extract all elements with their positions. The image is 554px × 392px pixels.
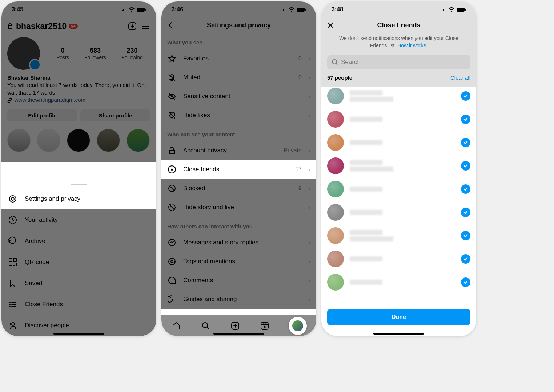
- bio-link[interactable]: www.thewritingparadigm.com: [7, 96, 150, 104]
- friend-name: [350, 256, 455, 261]
- at-icon: [167, 257, 177, 266]
- svg-point-9: [12, 323, 15, 325]
- svg-rect-1: [145, 9, 146, 11]
- friend-row[interactable]: [321, 108, 476, 131]
- friend-row[interactable]: [321, 154, 476, 177]
- close-button[interactable]: [326, 21, 337, 29]
- list-icon: [8, 300, 17, 309]
- menu-label: Archive: [25, 237, 45, 245]
- stat-posts[interactable]: 0Posts: [56, 47, 69, 60]
- svg-point-3: [9, 196, 16, 202]
- row-favorites[interactable]: Favorites0›: [161, 49, 316, 68]
- menu-close-friends[interactable]: Close Friends: [1, 294, 156, 315]
- stat-following[interactable]: 230Following: [121, 47, 143, 60]
- stat-followers[interactable]: 583Followers: [84, 47, 106, 60]
- friend-avatar: [327, 134, 344, 151]
- friend-name: [350, 117, 455, 122]
- display-name: Bhaskar Sharma: [7, 74, 150, 81]
- hamburger-menu-button[interactable]: [140, 21, 150, 31]
- star-circle-icon: [167, 165, 177, 174]
- lock-icon: [167, 146, 177, 155]
- row-sensitive[interactable]: Sensitive content›: [161, 87, 316, 106]
- share-profile-button[interactable]: Share profile: [80, 109, 150, 121]
- link-icon: [7, 97, 12, 103]
- friend-name: [350, 210, 455, 215]
- highlight-item[interactable]: [67, 129, 90, 152]
- menu-settings-privacy[interactable]: Settings and privacy: [1, 188, 156, 209]
- row-hide-story[interactable]: Hide story and live›: [161, 198, 316, 217]
- friend-name: [350, 187, 455, 192]
- friend-avatar: [327, 88, 344, 104]
- selected-check-icon[interactable]: [461, 138, 470, 147]
- friend-row[interactable]: [321, 247, 476, 271]
- eye-off-icon: [167, 92, 177, 101]
- friend-row[interactable]: [321, 201, 476, 224]
- section-header: Who can see your content: [161, 125, 316, 141]
- svg-rect-22: [457, 8, 465, 12]
- add-person-icon: [8, 321, 17, 330]
- row-account-privacy[interactable]: Account privacyPrivate›: [161, 141, 316, 160]
- profile-avatar[interactable]: [7, 37, 40, 70]
- profile-header: bhaskar2510 9+: [1, 17, 156, 35]
- friend-row[interactable]: [321, 131, 476, 154]
- menu-label: Settings and privacy: [25, 195, 80, 203]
- tab-profile[interactable]: [289, 317, 307, 335]
- friend-name: [350, 90, 455, 102]
- friend-row[interactable]: [321, 84, 476, 108]
- row-muted[interactable]: Muted0›: [161, 68, 316, 87]
- search-input[interactable]: Search: [327, 55, 470, 69]
- menu-your-activity[interactable]: Your activity: [1, 209, 156, 231]
- bookmark-icon: [8, 279, 17, 288]
- friend-avatar: [327, 157, 344, 174]
- selected-check-icon[interactable]: [461, 91, 470, 101]
- bell-off-icon: [167, 73, 177, 82]
- highlight-item[interactable]: [7, 129, 31, 152]
- selected-check-icon[interactable]: [461, 231, 470, 240]
- bio-text: You will read at least 7 words today. Th…: [7, 81, 150, 96]
- username-dropdown[interactable]: bhaskar2510 9+: [16, 21, 124, 31]
- count-bar: 57 people Clear all: [321, 75, 476, 84]
- selected-check-icon[interactable]: [461, 184, 470, 194]
- clear-all-button[interactable]: Clear all: [450, 75, 470, 81]
- highlight-item[interactable]: [37, 129, 60, 152]
- back-button[interactable]: [166, 21, 177, 29]
- row-comments[interactable]: Comments›: [161, 271, 316, 290]
- phone-profile: 3:45 bhaskar2510 9+ 0Posts 583Followers …: [1, 1, 156, 336]
- highlight-item[interactable]: [127, 129, 150, 152]
- how-it-works-link[interactable]: How it works.: [397, 43, 427, 48]
- page-title: Settings and privacy: [177, 21, 301, 29]
- done-button[interactable]: Done: [327, 309, 470, 325]
- messenger-icon: [167, 238, 177, 247]
- section-header: How others can interact with you: [161, 217, 316, 233]
- selected-check-icon[interactable]: [461, 277, 470, 287]
- selected-check-icon[interactable]: [461, 254, 470, 264]
- sheet-drag-handle[interactable]: [71, 184, 87, 185]
- friend-avatar: [327, 251, 344, 267]
- row-close-friends[interactable]: Close friends57›: [161, 160, 316, 179]
- status-bar: 3:45: [1, 1, 156, 17]
- selected-check-icon[interactable]: [461, 115, 470, 124]
- home-indicator: [53, 333, 104, 335]
- menu-label: QR code: [25, 259, 49, 266]
- create-button[interactable]: [127, 21, 137, 31]
- row-blocked[interactable]: Blocked9›: [161, 179, 316, 198]
- friend-row[interactable]: [321, 271, 476, 294]
- row-tags[interactable]: Tags and mentions›: [161, 252, 316, 271]
- selected-check-icon[interactable]: [461, 161, 470, 171]
- menu-saved[interactable]: Saved: [1, 273, 156, 294]
- search-placeholder: Search: [341, 59, 361, 66]
- row-guides[interactable]: Guides and sharing›: [161, 290, 316, 309]
- menu-archive[interactable]: Archive: [1, 231, 156, 252]
- friend-row[interactable]: [321, 224, 476, 247]
- clock: 3:46: [172, 6, 183, 13]
- cellular-icon: [120, 7, 127, 12]
- highlight-item[interactable]: [97, 129, 120, 152]
- row-hide-likes[interactable]: Hide likes›: [161, 106, 316, 125]
- close-friends-header: Close Friends: [321, 17, 476, 33]
- comment-icon: [167, 276, 177, 285]
- row-messages[interactable]: Messages and story replies›: [161, 233, 316, 252]
- selected-check-icon[interactable]: [461, 208, 470, 217]
- menu-qr-code[interactable]: QR code: [1, 252, 156, 273]
- edit-profile-button[interactable]: Edit profile: [7, 109, 77, 121]
- friend-row[interactable]: [321, 177, 476, 201]
